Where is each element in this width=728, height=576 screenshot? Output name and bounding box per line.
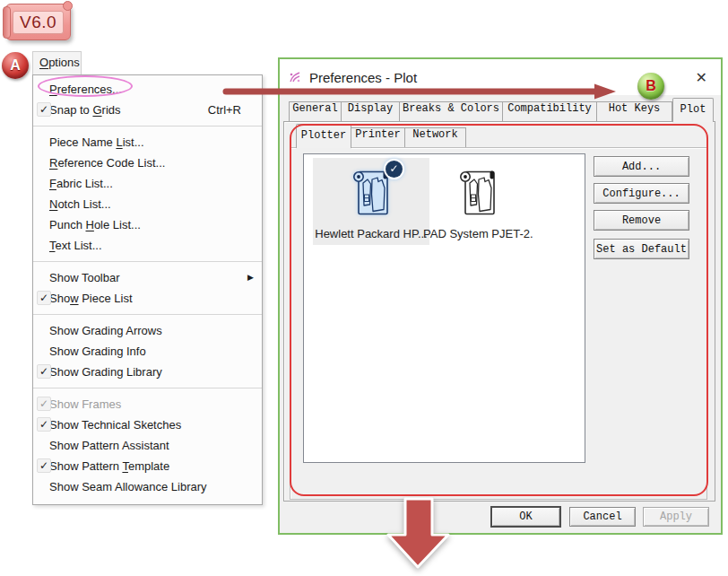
plotter-item[interactable]: ✓Hewlett Packard HP...: [313, 158, 429, 245]
button-set-as-default[interactable]: Set as Default: [594, 239, 689, 259]
plotter-icon: [457, 168, 498, 218]
menu-item[interactable]: ✓Show Grading Library: [33, 362, 262, 382]
options-menu: Preferences...✓Snap to GridsCtrl+RPiece …: [32, 74, 263, 505]
menu-item[interactable]: ✓Show Pattern Template: [33, 456, 262, 476]
default-check-icon: ✓: [386, 161, 403, 178]
menu-separator: [33, 388, 262, 388]
menu-item[interactable]: Notch List...: [33, 194, 262, 214]
plotter-item[interactable]: PAD System PJET-2...: [423, 158, 533, 245]
checkmark-icon: ✓: [37, 397, 51, 411]
button-apply[interactable]: Apply: [643, 507, 709, 527]
menu-item[interactable]: Show Toolbar▶: [33, 267, 262, 288]
menu-item[interactable]: ✓Snap to GridsCtrl+R: [33, 100, 262, 120]
checkmark-icon: ✓: [37, 291, 51, 305]
preferences-dialog: Preferences - Plot ✕ GeneralDisplayBreak…: [278, 57, 723, 535]
menu-item-label: Show Grading Arrows: [49, 324, 162, 337]
tab-plot[interactable]: Plot: [672, 98, 714, 122]
menu-item-label: Preferences...: [49, 83, 122, 96]
menu-item-label: Show Grading Info: [49, 345, 146, 358]
menu-item-label: Show Frames: [49, 397, 121, 411]
menu-item[interactable]: ✓Show Piece List: [33, 288, 262, 309]
plotter-name: Hewlett Packard HP...: [313, 227, 429, 240]
step-badge-b: B: [637, 73, 664, 100]
menu-item-label: Text List...: [49, 239, 102, 252]
tab-compatibility[interactable]: Compatibility: [503, 101, 597, 121]
app-icon: [288, 70, 302, 84]
tab-hot-keys[interactable]: Hot Keys: [597, 101, 672, 121]
tab-breaks-colors[interactable]: Breaks & Colors: [400, 101, 503, 121]
checkmark-icon: ✓: [37, 458, 51, 473]
sub-tabstrip: PlotterPrinterNetwork: [296, 127, 466, 147]
subtab-printer[interactable]: Printer: [351, 127, 405, 147]
button-add-[interactable]: Add...: [594, 156, 689, 177]
dialog-title: Preferences - Plot: [309, 70, 417, 85]
menu-item-label: Snap to Grids: [49, 103, 121, 117]
button-configure-[interactable]: Configure...: [594, 183, 689, 204]
button-remove[interactable]: Remove: [594, 210, 689, 231]
menu-separator: [33, 126, 262, 127]
menu-options[interactable]: Options: [32, 51, 82, 74]
menu-separator: [33, 314, 262, 315]
menu-item-label: Fabric List...: [49, 177, 113, 190]
menu-item[interactable]: Show Grading Info: [33, 341, 262, 362]
version-banner: V6.0: [5, 4, 71, 40]
menu-item[interactable]: Punch Hole List...: [33, 214, 262, 235]
tab-general[interactable]: General: [289, 101, 342, 121]
plotter-list: ✓Hewlett Packard HP...PAD System PJET-2.…: [303, 153, 585, 463]
menu-item-label: Show Pattern Assistant: [49, 439, 169, 452]
menu-item[interactable]: Piece Name List...: [33, 132, 262, 153]
version-label: V6.0: [13, 11, 64, 34]
menu-item-label: Show Piece List: [49, 292, 133, 305]
menu-separator: [33, 261, 262, 262]
menu-item-label: Show Toolbar: [49, 271, 120, 284]
screen: V6.0 A Options Preferences...✓Snap to Gr…: [0, 0, 728, 576]
menu-item-label: Show Technical Sketches: [49, 418, 181, 432]
menu-item[interactable]: Preferences...: [33, 79, 262, 100]
menu-item-label: Show Pattern Template: [49, 459, 169, 473]
menu-item[interactable]: Fabric List...: [33, 173, 262, 194]
menu-item-shortcut: Ctrl+R: [208, 100, 241, 120]
button-cancel[interactable]: Cancel: [569, 507, 636, 527]
plot-tab-panel: PlotterPrinterNetwork ✓Hewlett Packard H…: [283, 121, 715, 502]
menu-item[interactable]: ✓Show Frames: [33, 394, 262, 415]
menu-item-label: Show Seam Allowance Library: [49, 480, 207, 493]
tab-display[interactable]: Display: [342, 101, 400, 121]
checkmark-icon: ✓: [37, 102, 51, 117]
menu-item[interactable]: ✓Show Technical Sketches: [33, 415, 262, 435]
checkmark-icon: ✓: [37, 417, 51, 432]
step-badge-a: A: [2, 52, 29, 79]
close-icon[interactable]: ✕: [696, 69, 707, 86]
menu-item[interactable]: Show Seam Allowance Library: [33, 476, 262, 497]
menu-item-label: Piece Name List...: [49, 135, 144, 149]
subtab-plotter[interactable]: Plotter: [296, 124, 351, 148]
menu-item[interactable]: Show Pattern Assistant: [33, 435, 262, 456]
menu-item[interactable]: Text List...: [33, 235, 262, 256]
button-ok[interactable]: OK: [491, 507, 560, 527]
subtab-network[interactable]: Network: [405, 127, 466, 147]
main-tabstrip: GeneralDisplayBreaks & ColorsCompatibili…: [289, 101, 714, 121]
submenu-arrow-icon: ▶: [247, 267, 254, 288]
menu-item[interactable]: Reference Code List...: [33, 153, 262, 173]
menu-item-label: Show Grading Library: [49, 365, 162, 379]
menu-item-label: Reference Code List...: [49, 156, 165, 170]
menu-item-label: Punch Hole List...: [49, 218, 141, 231]
plotter-name: PAD System PJET-2...: [423, 227, 533, 240]
menu-options-label: Options: [39, 56, 80, 69]
checkmark-icon: ✓: [37, 364, 51, 379]
menu-item-label: Notch List...: [49, 197, 111, 211]
plotter-icon: ✓: [351, 168, 392, 218]
menu-item[interactable]: Show Grading Arrows: [33, 320, 262, 341]
